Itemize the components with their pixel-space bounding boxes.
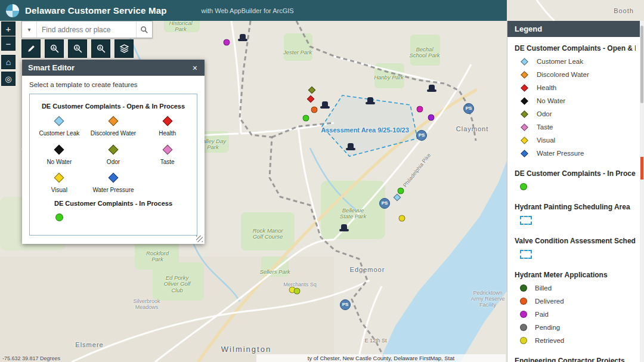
template-grid: Customer LeakDiscolored WaterHealthNo Wa… <box>32 111 194 196</box>
template-group-title: DE Customer Complaints - In Process <box>32 200 194 207</box>
scrollbar-marker <box>640 157 643 180</box>
tool-button-query-3[interactable] <box>91 39 110 58</box>
diamond-swatch <box>162 116 172 126</box>
circle-swatch <box>520 298 527 305</box>
legend-item <box>520 216 636 225</box>
home-button[interactable]: ⌂ <box>1 55 16 69</box>
diamond-swatch <box>521 58 528 66</box>
legend-item: Pending <box>520 323 636 332</box>
legend-section-title: Hydrant Meter Applications <box>515 271 636 279</box>
legend-item: Delivered <box>520 297 636 305</box>
template-group-title: DE Customer Complaints - Open & In Proce… <box>32 103 194 110</box>
arcgis-logo-icon <box>6 4 19 17</box>
map-marker-dot[interactable] <box>311 107 318 113</box>
template-customer-leak[interactable]: Customer Leak <box>32 111 86 140</box>
map-marker-dot[interactable] <box>398 188 404 194</box>
map-marker-dot[interactable] <box>399 215 405 222</box>
search-input[interactable] <box>37 21 136 38</box>
legend-item-label: No Water <box>537 97 565 104</box>
legend-item: Water Pressure <box>520 149 636 157</box>
tool-button-layers[interactable] <box>114 39 134 58</box>
map-marker-hydrant[interactable] <box>339 224 349 233</box>
smart-editor-title: Smart Editor <box>28 63 75 72</box>
template-label: No Water <box>47 159 72 166</box>
map-marker-diamond[interactable] <box>394 194 401 202</box>
search-icon <box>140 26 148 34</box>
diamond-swatch <box>521 150 528 157</box>
legend-item: Visual <box>520 136 636 144</box>
tool-button-smart-editor[interactable] <box>21 39 41 58</box>
legend-item-label: Billed <box>535 284 552 292</box>
map-marker-hydrant[interactable] <box>320 101 330 110</box>
template-no-water[interactable]: No Water <box>32 140 86 168</box>
map-marker-ps[interactable]: PS <box>463 103 474 114</box>
smart-editor-header[interactable]: Smart Editor × <box>22 60 205 76</box>
scrollbar-thumb[interactable] <box>640 26 643 103</box>
smart-editor-panel: Smart Editor × Select a template to crea… <box>22 60 205 244</box>
widget-toolbar <box>21 39 134 58</box>
crosshair-icon: ◎ <box>5 75 11 83</box>
template-visual[interactable]: Visual <box>32 168 86 196</box>
map-marker-ps[interactable]: PS <box>379 198 390 209</box>
map-marker-hydrant[interactable] <box>238 34 247 42</box>
map-marker-diamond[interactable] <box>308 86 316 94</box>
legend-item-label: Odor <box>537 110 552 117</box>
legend-section-title: DE Customer Complaints - Open & In Proce… <box>515 44 636 52</box>
zoom-out-button[interactable]: − <box>1 36 16 51</box>
circle-swatch <box>520 284 527 292</box>
legend-item <box>520 182 636 191</box>
locate-button[interactable]: ◎ <box>1 72 16 86</box>
legend-scrollbar[interactable] <box>640 21 644 362</box>
legend-item-label: Health <box>537 84 556 91</box>
legend-item-label: Paid <box>535 311 549 318</box>
tool-button-query-2[interactable] <box>68 39 87 58</box>
legend-item: Customer Leak <box>520 57 636 66</box>
diamond-swatch <box>54 173 64 183</box>
circle-swatch <box>520 183 527 190</box>
template-label: Discolored Water <box>91 130 136 137</box>
map-marker-ps[interactable]: PS <box>416 130 427 141</box>
legend-item: Odor <box>520 110 636 118</box>
smart-editor-instruction: Select a template to create features <box>29 81 197 88</box>
home-icon: ⌂ <box>6 57 11 67</box>
map-marker-hydrant[interactable] <box>366 97 375 106</box>
map-marker-diamond[interactable] <box>307 95 315 103</box>
template-health[interactable]: Health <box>140 111 194 140</box>
map-marker-ps[interactable]: PS <box>340 299 351 310</box>
pencil-icon <box>26 44 36 54</box>
template-taste[interactable]: Taste <box>140 140 194 168</box>
template-in-process[interactable] <box>32 208 86 228</box>
plus-icon: + <box>6 24 11 34</box>
template-odor[interactable]: Odor <box>86 140 141 168</box>
map-marker-dot[interactable] <box>303 115 309 122</box>
diamond-swatch <box>521 71 528 79</box>
map-marker-dot[interactable] <box>294 288 301 295</box>
circle-swatch <box>520 324 527 331</box>
search-button[interactable] <box>136 21 152 38</box>
diamond-swatch <box>521 84 528 92</box>
dashed-square-swatch <box>520 250 532 259</box>
diamond-swatch <box>521 97 528 105</box>
close-icon[interactable]: × <box>191 63 199 73</box>
template-picker: DE Customer Complaints - Open & In Proce… <box>29 94 197 236</box>
circle-swatch <box>520 311 527 318</box>
diamond-swatch <box>54 116 64 126</box>
chevron-down-icon: ▾ <box>27 26 30 33</box>
map-marker-dot[interactable] <box>428 115 435 121</box>
tool-button-query-1[interactable] <box>45 39 64 58</box>
legend-content: DE Customer Complaints - Open & In Proce… <box>507 37 644 362</box>
app-title: Delaware Customer Service Map <box>25 5 167 16</box>
legend-item: Health <box>520 83 636 92</box>
legend-item: Paid <box>520 310 636 318</box>
dashed-square-swatch <box>520 216 532 225</box>
template-water-pressure[interactable]: Water Pressure <box>86 168 141 196</box>
template-discolored-water[interactable]: Discolored Water <box>86 111 141 140</box>
resize-handle[interactable] <box>196 236 203 242</box>
zoom-in-button[interactable]: + <box>1 21 16 36</box>
search-source-dropdown[interactable]: ▾ <box>22 21 37 38</box>
map-marker-hydrant[interactable] <box>427 85 436 93</box>
map-marker-dot[interactable] <box>224 39 230 46</box>
map-marker-dot[interactable] <box>417 106 423 113</box>
diamond-swatch <box>521 123 528 131</box>
map-marker-hydrant[interactable] <box>346 143 355 151</box>
